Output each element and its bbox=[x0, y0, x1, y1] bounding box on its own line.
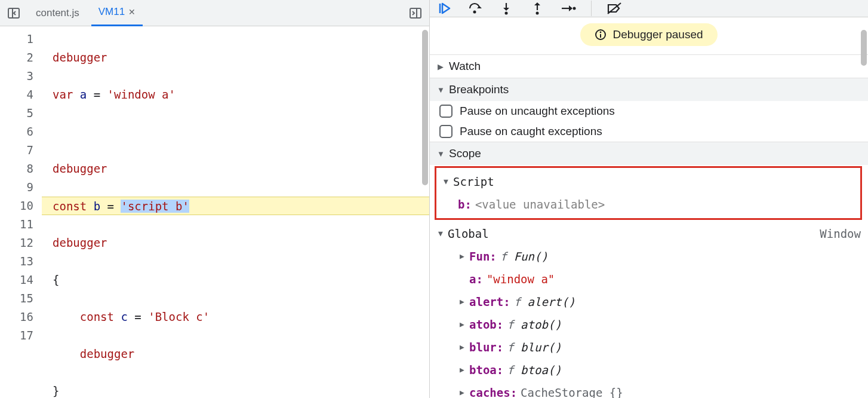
breakpoints-header[interactable]: ▼ Breakpoints bbox=[430, 78, 868, 101]
tab-content-js[interactable]: content.js bbox=[29, 0, 87, 26]
scrollbar[interactable] bbox=[861, 30, 867, 66]
global-scope-row[interactable]: ▼ Global Window bbox=[430, 222, 868, 245]
scope-title: Global bbox=[448, 225, 489, 243]
svg-point-19 bbox=[600, 32, 602, 33]
debugger-pane: Debugger paused ▶ Watch ▼ Breakpoints Pa… bbox=[430, 0, 868, 398]
scope-prop-alert[interactable]: ▶alert: f alert() bbox=[430, 290, 868, 313]
script-scope-highlight: ▼ Script b: <value unavailable> bbox=[435, 166, 862, 220]
chevron-right-icon: ▶ bbox=[458, 316, 466, 333]
prop-value: f Fun() bbox=[500, 247, 548, 265]
tab-label: VM11 bbox=[99, 6, 125, 18]
svg-point-16 bbox=[573, 7, 576, 10]
svg-marker-12 bbox=[534, 2, 540, 5]
scope-prop-Fun[interactable]: ▶Fun: f Fun() bbox=[430, 245, 868, 268]
chevron-right-icon: ▶ bbox=[458, 293, 466, 311]
chevron-down-icon: ▼ bbox=[437, 225, 444, 243]
chevron-right-icon: ▶ bbox=[458, 338, 466, 356]
scope-value: <value unavailable> bbox=[475, 195, 605, 213]
step-out-icon[interactable] bbox=[529, 0, 546, 17]
step-icon[interactable] bbox=[560, 0, 577, 17]
svg-point-10 bbox=[505, 12, 508, 15]
checkbox[interactable] bbox=[439, 125, 453, 138]
svg-marker-5 bbox=[442, 4, 450, 13]
code-body[interactable]: debugger var a = 'window a' debugger con… bbox=[42, 26, 429, 398]
debug-toolbar bbox=[430, 0, 868, 17]
debugger-paused-pill: Debugger paused bbox=[580, 23, 717, 46]
breakpoints-section: ▼ Breakpoints Pause on uncaught exceptio… bbox=[430, 78, 868, 142]
deactivate-breakpoints-icon[interactable] bbox=[606, 0, 623, 17]
prop-name: a: bbox=[469, 270, 483, 288]
scope-prop-blur[interactable]: ▶blur: f blur() bbox=[430, 336, 868, 359]
script-scope-row[interactable]: ▼ Script bbox=[440, 170, 857, 193]
chevron-down-icon: ▼ bbox=[437, 149, 444, 158]
chevron-right-icon: ▶ bbox=[458, 384, 466, 398]
code-editor[interactable]: 1234 5678 9101112 13141516 17 debugger v… bbox=[0, 26, 429, 398]
section-title: Scope bbox=[449, 147, 481, 160]
chevron-right-icon: ▶ bbox=[458, 247, 466, 265]
prop-value: f blur() bbox=[507, 338, 562, 356]
resume-icon[interactable] bbox=[436, 0, 453, 17]
line-gutter: 1234 5678 9101112 13141516 17 bbox=[0, 26, 42, 398]
pause-uncaught-row[interactable]: Pause on uncaught exceptions bbox=[430, 101, 868, 121]
scope-prop-atob[interactable]: ▶atob: f atob() bbox=[430, 313, 868, 336]
chevron-right-icon: ▶ bbox=[437, 62, 444, 71]
svg-marker-9 bbox=[503, 8, 509, 11]
step-into-icon[interactable] bbox=[498, 0, 515, 17]
svg-marker-6 bbox=[477, 6, 482, 8]
watch-section: ▶ Watch bbox=[430, 54, 868, 78]
chevron-down-icon: ▼ bbox=[442, 173, 450, 191]
scope-prop-caches[interactable]: ▶caches: CacheStorage {} bbox=[430, 381, 868, 398]
checkbox[interactable] bbox=[439, 105, 453, 118]
tab-label: content.js bbox=[36, 7, 79, 19]
scrollbar[interactable] bbox=[422, 30, 428, 185]
prop-value: CacheStorage {} bbox=[521, 384, 623, 398]
checkbox-label: Pause on uncaught exceptions bbox=[460, 105, 615, 118]
prop-value: f atob() bbox=[507, 316, 562, 333]
svg-rect-2 bbox=[410, 8, 421, 18]
prop-value: f btoa() bbox=[507, 361, 562, 379]
scope-prop-b[interactable]: b: <value unavailable> bbox=[440, 193, 857, 216]
prop-value: "window a" bbox=[487, 270, 555, 288]
prop-value: f alert() bbox=[514, 293, 575, 311]
scope-type: Window bbox=[820, 225, 861, 243]
section-title: Breakpoints bbox=[449, 83, 509, 96]
scope-header[interactable]: ▼ Scope bbox=[430, 142, 868, 165]
prop-name: alert: bbox=[469, 293, 510, 311]
scope-prop-btoa[interactable]: ▶btoa: f btoa() bbox=[430, 359, 868, 381]
svg-point-7 bbox=[473, 11, 476, 14]
prop-name: btoa: bbox=[469, 361, 503, 379]
step-over-icon[interactable] bbox=[467, 0, 484, 17]
prop-name: caches: bbox=[469, 384, 517, 398]
source-pane: content.js VM11 ✕ 1234 5678 9101112 1314… bbox=[0, 0, 430, 398]
scope-prop-a[interactable]: a: "window a" bbox=[430, 268, 868, 290]
checkbox-label: Pause on caught exceptions bbox=[460, 125, 602, 138]
tab-vm11[interactable]: VM11 ✕ bbox=[91, 0, 143, 26]
prop-name: Fun: bbox=[469, 247, 497, 265]
execution-line: const b = 'script b' bbox=[42, 197, 429, 215]
watch-header[interactable]: ▶ Watch bbox=[430, 55, 868, 78]
status-bar: Debugger paused bbox=[430, 17, 868, 54]
more-tabs-icon[interactable] bbox=[405, 4, 426, 22]
close-icon[interactable]: ✕ bbox=[128, 7, 136, 17]
prop-name: atob: bbox=[469, 316, 503, 333]
prop-name: blur: bbox=[469, 338, 503, 356]
pause-caught-row[interactable]: Pause on caught exceptions bbox=[430, 121, 868, 142]
status-text: Debugger paused bbox=[612, 28, 703, 41]
svg-point-13 bbox=[536, 12, 539, 15]
svg-marker-15 bbox=[569, 5, 572, 11]
show-navigator-icon[interactable] bbox=[4, 4, 24, 22]
info-icon bbox=[595, 29, 607, 41]
chevron-right-icon: ▶ bbox=[458, 361, 466, 379]
scope-title: Script bbox=[453, 173, 494, 191]
section-title: Watch bbox=[449, 60, 481, 73]
scope-section: ▼ Scope ▼ Script b: <value unavailable> … bbox=[430, 142, 868, 398]
chevron-down-icon: ▼ bbox=[437, 85, 444, 94]
source-tabbar: content.js VM11 ✕ bbox=[0, 0, 429, 26]
